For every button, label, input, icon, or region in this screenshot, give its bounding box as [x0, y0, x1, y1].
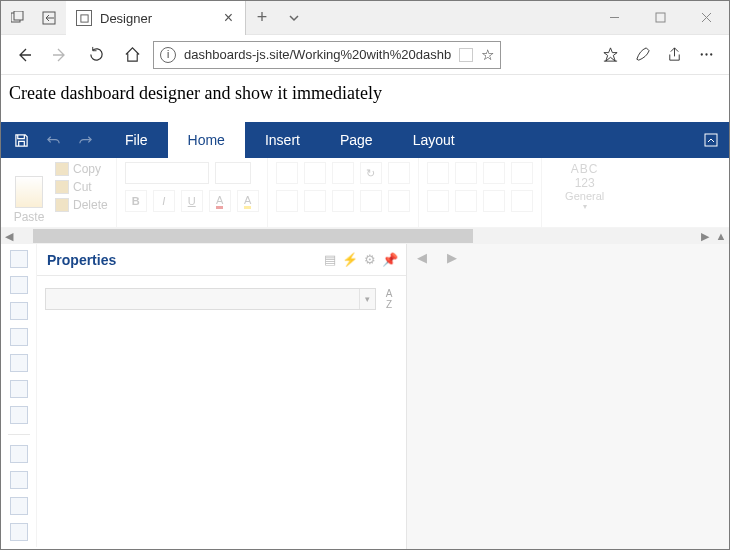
notes-icon[interactable] — [627, 40, 657, 70]
page-content: Create dashboard designer and show it im… — [1, 75, 729, 549]
bold-button[interactable]: B — [125, 190, 147, 212]
forward-button — [45, 40, 75, 70]
italic-button[interactable]: I — [153, 190, 175, 212]
font-color-button[interactable]: A — [209, 190, 231, 212]
hscroll-right-icon[interactable]: ▶ — [697, 230, 713, 243]
site-info-icon[interactable]: i — [160, 47, 176, 63]
ribbon-collapse-icon[interactable] — [693, 122, 729, 158]
tab-layout[interactable]: Layout — [393, 122, 475, 158]
new-tab-button[interactable]: + — [246, 1, 278, 34]
props-settings-icon[interactable]: ⚙ — [360, 250, 380, 270]
redo-button[interactable] — [71, 126, 99, 154]
share-icon[interactable] — [659, 40, 689, 70]
favorites-hub-icon[interactable] — [595, 40, 625, 70]
border-button-2[interactable] — [455, 162, 477, 184]
align-left-button[interactable] — [276, 190, 298, 212]
tool-extra[interactable] — [10, 523, 28, 541]
tab-file[interactable]: File — [105, 122, 168, 158]
cut-label: Cut — [73, 180, 92, 194]
align-top-left-button[interactable] — [276, 162, 298, 184]
ribbon-group-number: ABC 123 General ▾ — [542, 158, 628, 227]
toolbox-rail — [1, 244, 37, 547]
align-right-button[interactable] — [332, 190, 354, 212]
tab-home[interactable]: Home — [168, 122, 245, 158]
hscroll-left-icon[interactable]: ◀ — [1, 230, 17, 243]
tool-panel[interactable] — [10, 497, 28, 515]
wrap-button[interactable] — [388, 162, 410, 184]
tool-list[interactable] — [10, 471, 28, 489]
tool-gauge[interactable] — [10, 328, 28, 346]
tool-image[interactable] — [10, 276, 28, 294]
fill-button[interactable] — [427, 190, 449, 212]
svg-point-9 — [700, 53, 702, 55]
hscroll-thumb[interactable] — [33, 229, 473, 243]
cut-button[interactable]: Cut — [55, 180, 108, 194]
border-button-3[interactable] — [483, 162, 505, 184]
ribbon-group-font: B I U A A — [117, 158, 268, 227]
tool-table[interactable] — [10, 354, 28, 372]
tab-close-icon[interactable]: × — [224, 9, 233, 27]
tool-text[interactable] — [10, 250, 28, 268]
align-top-center-button[interactable] — [304, 162, 326, 184]
align-top-right-button[interactable] — [332, 162, 354, 184]
refresh-button[interactable] — [81, 40, 111, 70]
paste-button[interactable]: Paste — [9, 162, 49, 224]
underline-button[interactable]: U — [181, 190, 203, 212]
back-button[interactable] — [9, 40, 39, 70]
tab-insert[interactable]: Insert — [245, 122, 320, 158]
border-style-button[interactable] — [455, 190, 477, 212]
rotate-button[interactable]: ↻ — [360, 162, 382, 184]
highlight-button[interactable]: A — [237, 190, 259, 212]
border-button-4[interactable] — [511, 162, 533, 184]
pager-next-icon[interactable]: ▶ — [447, 250, 457, 265]
format-general[interactable]: General — [565, 190, 604, 202]
url-field[interactable]: i dashboards-js.site/Working%20with%20da… — [153, 41, 501, 69]
vscroll-up-icon[interactable]: ▲ — [713, 230, 729, 242]
indent-button[interactable] — [388, 190, 410, 212]
border-button-1[interactable] — [427, 162, 449, 184]
set-aside-icon[interactable] — [34, 1, 64, 34]
tool-plugin[interactable] — [10, 406, 28, 424]
window-close-button[interactable] — [683, 1, 729, 34]
quick-access-toolbar — [1, 122, 105, 158]
undo-button[interactable] — [39, 126, 67, 154]
window-minimize-button[interactable] — [591, 1, 637, 34]
props-tab-list-icon[interactable]: ▤ — [320, 250, 340, 270]
font-family-select[interactable] — [125, 162, 209, 184]
window-maximize-button[interactable] — [637, 1, 683, 34]
tab-groups-icon[interactable] — [3, 1, 33, 34]
reading-view-icon[interactable] — [459, 48, 473, 62]
copy-button[interactable]: Copy — [55, 162, 108, 176]
more-icon[interactable] — [691, 40, 721, 70]
sort-az-icon[interactable]: AZ — [380, 288, 398, 310]
ribbon-group-clipboard: Paste Copy Cut Delete — [1, 158, 117, 227]
border-color-button[interactable] — [483, 190, 505, 212]
props-events-icon[interactable]: ⚡ — [340, 250, 360, 270]
home-button[interactable] — [117, 40, 147, 70]
properties-panel: Properties ▤ ⚡ ⚙ 📌 ▾ AZ — [37, 244, 407, 549]
pager-prev-icon[interactable]: ◀ — [417, 250, 427, 265]
property-object-select[interactable]: ▾ — [45, 288, 376, 310]
copy-label: Copy — [73, 162, 101, 176]
tool-page[interactable] — [10, 445, 28, 463]
design-canvas[interactable]: ◀ ▶ — [407, 244, 729, 549]
horizontal-scrollbar[interactable]: ◀ ▶ ▲ — [1, 228, 729, 244]
svg-rect-5 — [656, 13, 665, 22]
ribbon-header: File Home Insert Page Layout — [1, 122, 729, 158]
delete-label: Delete — [73, 198, 108, 212]
tab-page[interactable]: Page — [320, 122, 393, 158]
align-center-button[interactable] — [304, 190, 326, 212]
browser-tab[interactable]: Designer × — [66, 1, 246, 35]
save-button[interactable] — [7, 126, 35, 154]
page-heading: Create dashboard designer and show it im… — [1, 75, 729, 122]
delete-button[interactable]: Delete — [55, 198, 108, 212]
align-justify-button[interactable] — [360, 190, 382, 212]
tool-region[interactable] — [10, 380, 28, 398]
tool-chart[interactable] — [10, 302, 28, 320]
properties-title: Properties — [47, 252, 320, 268]
tabs-chevron-icon[interactable] — [278, 1, 310, 34]
border-width-button[interactable] — [511, 190, 533, 212]
favorite-star-icon[interactable]: ☆ — [481, 46, 494, 64]
font-size-select[interactable] — [215, 162, 251, 184]
props-pin-icon[interactable]: 📌 — [380, 250, 400, 270]
